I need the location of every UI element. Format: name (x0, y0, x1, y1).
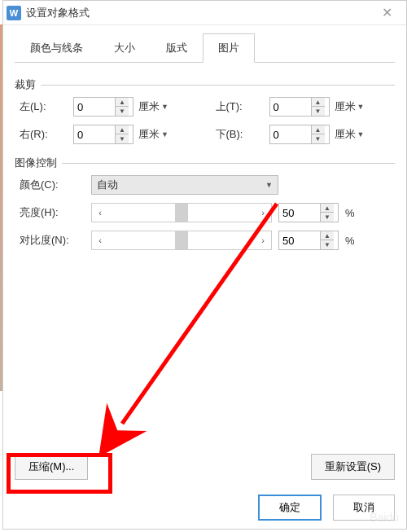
crop-left-label: 左(L): (20, 99, 68, 114)
compress-button[interactable]: 压缩(M)... (15, 454, 88, 480)
spin-up-icon[interactable]: ▲ (312, 125, 325, 134)
brightness-row: 亮度(H): ‹ › ▲ ▼ % (20, 203, 395, 222)
image-control-header: 图像控制 (15, 156, 395, 170)
slider-right-icon[interactable]: › (255, 231, 271, 249)
crop-right-unit[interactable]: 厘米 ▼ (138, 127, 168, 142)
close-icon[interactable]: ✕ (370, 1, 403, 25)
spin-down-icon[interactable]: ▼ (321, 213, 334, 222)
dialog-title: 设置对象格式 (26, 6, 370, 20)
divider (41, 85, 395, 86)
spin-up-icon[interactable]: ▲ (116, 125, 129, 134)
brightness-input[interactable] (279, 207, 320, 219)
chevron-down-icon: ▼ (161, 103, 168, 111)
percent-label: % (345, 207, 355, 219)
tab-picture[interactable]: 图片 (203, 33, 255, 63)
percent-label: % (345, 235, 355, 247)
crop-top-spinner[interactable]: ▲ ▼ (269, 97, 330, 117)
unit-label: 厘米 (138, 99, 160, 114)
brightness-slider[interactable]: ‹ › (91, 203, 272, 222)
crop-top-field: 上(T): ▲ ▼ 厘米 ▼ (216, 97, 396, 117)
tab-size[interactable]: 大小 (98, 33, 151, 63)
spin-up-icon[interactable]: ▲ (321, 231, 334, 240)
crop-left-field: 左(L): ▲ ▼ 厘米 ▼ (20, 97, 199, 117)
contrast-row: 对比度(N): ‹ › ▲ ▼ % (20, 231, 395, 250)
content-area: 裁剪 左(L): ▲ ▼ 厘米 ▼ 上(T): (3, 63, 406, 258)
ok-button[interactable]: 确定 (258, 495, 322, 521)
crop-right-label: 右(R): (20, 127, 68, 142)
crop-bottom-unit[interactable]: 厘米 ▼ (335, 127, 365, 142)
crop-header-label: 裁剪 (15, 77, 36, 92)
crop-bottom-input[interactable] (270, 129, 311, 141)
slider-left-icon[interactable]: ‹ (92, 231, 108, 249)
spin-down-icon[interactable]: ▼ (312, 134, 325, 143)
spin-up-icon[interactable]: ▲ (312, 98, 325, 107)
crop-bottom-spinner[interactable]: ▲ ▼ (269, 125, 330, 144)
contrast-spinner[interactable]: ▲ ▼ (278, 231, 339, 250)
cancel-button[interactable]: 取消 (333, 495, 395, 521)
unit-label: 厘米 (335, 127, 356, 142)
unit-label: 厘米 (138, 127, 160, 142)
spin-down-icon[interactable]: ▼ (116, 107, 129, 116)
color-label: 颜色(C): (20, 178, 85, 192)
crop-left-spinner[interactable]: ▲ ▼ (73, 97, 133, 117)
crop-right-field: 右(R): ▲ ▼ 厘米 ▼ (20, 125, 199, 144)
spin-down-icon[interactable]: ▼ (116, 134, 129, 143)
chevron-down-icon: ▼ (357, 103, 365, 111)
spin-up-icon[interactable]: ▲ (321, 204, 334, 213)
slider-left-icon[interactable]: ‹ (92, 204, 108, 222)
divider (62, 163, 395, 164)
titlebar: W 设置对象格式 ✕ (3, 1, 406, 25)
reset-button[interactable]: 重新设置(S) (311, 454, 395, 480)
format-object-dialog: W 设置对象格式 ✕ 颜色与线条 大小 版式 图片 裁剪 左(L): ▲ ▼ (2, 0, 407, 530)
slider-thumb[interactable] (175, 204, 188, 222)
crop-bottom-label: 下(B): (216, 127, 265, 142)
spin-down-icon[interactable]: ▼ (321, 240, 334, 249)
crop-left-unit[interactable]: 厘米 ▼ (138, 99, 168, 114)
footer-buttons: 确定 取消 (258, 495, 395, 521)
color-dropdown[interactable]: 自动 ▼ (91, 175, 278, 195)
brightness-spinner[interactable]: ▲ ▼ (278, 203, 339, 222)
crop-bottom-field: 下(B): ▲ ▼ 厘米 ▼ (216, 125, 396, 144)
crop-right-spinner[interactable]: ▲ ▼ (73, 125, 133, 144)
color-row: 颜色(C): 自动 ▼ (20, 175, 395, 195)
slider-track[interactable] (108, 204, 255, 222)
tab-layout[interactable]: 版式 (151, 33, 203, 63)
image-control-label: 图像控制 (15, 156, 57, 170)
unit-label: 厘米 (335, 99, 356, 114)
app-icon: W (7, 6, 21, 20)
crop-section-header: 裁剪 (15, 77, 395, 92)
crop-top-label: 上(T): (216, 99, 265, 114)
bottom-buttons-row: 压缩(M)... 重新设置(S) (3, 454, 406, 480)
crop-top-unit[interactable]: 厘米 ▼ (335, 99, 365, 114)
tab-bar: 颜色与线条 大小 版式 图片 (3, 25, 406, 63)
color-value: 自动 (97, 178, 118, 192)
slider-track[interactable] (108, 231, 255, 249)
image-control-area: 颜色(C): 自动 ▼ 亮度(H): ‹ › (20, 175, 395, 250)
spin-up-icon[interactable]: ▲ (116, 98, 129, 107)
tab-colors-lines[interactable]: 颜色与线条 (15, 33, 98, 63)
spin-down-icon[interactable]: ▼ (312, 107, 325, 116)
contrast-input[interactable] (279, 235, 320, 247)
chevron-down-icon: ▼ (357, 130, 365, 138)
crop-right-input[interactable] (74, 129, 115, 141)
crop-top-input[interactable] (270, 101, 311, 113)
chevron-down-icon: ▼ (265, 181, 273, 189)
crop-left-input[interactable] (74, 101, 115, 113)
brightness-label: 亮度(H): (20, 205, 85, 220)
contrast-label: 对比度(N): (20, 233, 85, 248)
chevron-down-icon: ▼ (161, 130, 168, 138)
slider-right-icon[interactable]: › (255, 204, 271, 222)
slider-thumb[interactable] (175, 231, 188, 249)
crop-grid: 左(L): ▲ ▼ 厘米 ▼ 上(T): (20, 97, 395, 144)
contrast-slider[interactable]: ‹ › (91, 231, 272, 250)
